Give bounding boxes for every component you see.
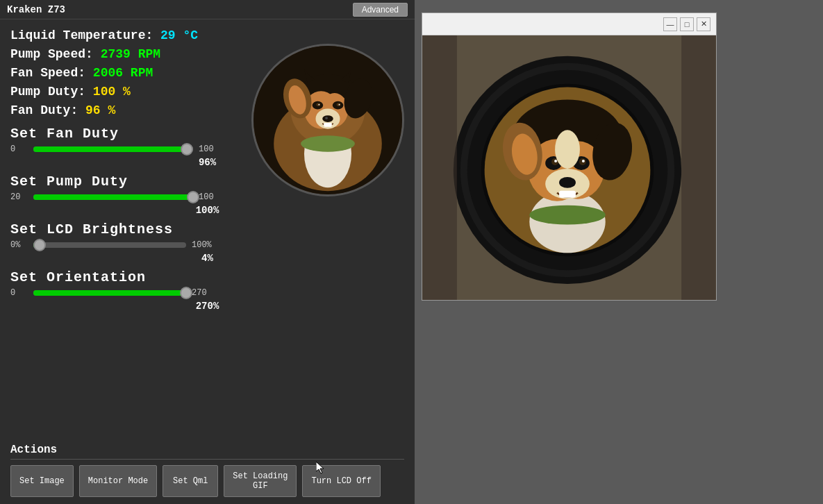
- actions-label: Actions: [10, 444, 404, 460]
- actions-buttons: Set Image Monitor Mode Set Qml Set Loadi…: [10, 465, 404, 497]
- orientation-value-display: 270%: [10, 301, 404, 312]
- orientation-thumb: [180, 287, 192, 299]
- orientation-label: Set Orientation: [10, 269, 404, 285]
- secondary-window-content: [422, 35, 716, 300]
- fan-duty-fill: [33, 146, 187, 152]
- svg-rect-43: [559, 191, 576, 198]
- pump-duty-label: Pump Duty:: [10, 85, 85, 99]
- svg-rect-19: [324, 123, 332, 127]
- svg-point-15: [339, 104, 340, 106]
- orientation-min: 0: [10, 288, 28, 298]
- fan-duty-value: 96 %: [85, 103, 115, 117]
- fan-duty-max: 100: [199, 144, 216, 154]
- advanced-button[interactable]: Advanced: [353, 3, 408, 17]
- svg-point-39: [555, 130, 580, 169]
- lcd-brightness-label: Set LCD Brightness: [10, 221, 404, 237]
- lcd-brightness-value-display: 4%: [10, 253, 404, 264]
- left-panel: Kraken Z73 Advanced Liquid Temperature: …: [0, 0, 415, 504]
- svg-point-37: [554, 160, 557, 162]
- pump-duty-thumb: [187, 191, 199, 203]
- svg-point-9: [325, 117, 328, 119]
- liquid-temp-label: Liquid Temperature:: [10, 28, 153, 42]
- maximize-button[interactable]: □: [680, 17, 694, 31]
- svg-rect-46: [681, 35, 716, 300]
- close-button[interactable]: ✕: [697, 17, 710, 31]
- secondary-window: — □ ✕: [422, 12, 717, 301]
- fan-speed-label: Fan Speed:: [10, 66, 85, 80]
- lcd-brightness-max: 100%: [192, 240, 212, 250]
- svg-point-8: [322, 115, 333, 122]
- orientation-fill: [33, 290, 186, 296]
- fan-duty-track[interactable]: [33, 146, 193, 152]
- right-panel-svg: [422, 35, 716, 300]
- liquid-temp-value: 29 °C: [160, 28, 198, 42]
- monitor-mode-button[interactable]: Monitor Mode: [79, 465, 157, 497]
- svg-point-32: [559, 177, 576, 188]
- pump-speed-label: Pump Speed:: [10, 47, 93, 61]
- turn-lcd-off-button[interactable]: Turn LCD Off: [302, 465, 380, 497]
- app-title: Kraken Z73: [7, 4, 65, 15]
- orientation-track[interactable]: [33, 290, 186, 296]
- svg-point-13: [337, 103, 341, 106]
- orientation-max: 270: [192, 288, 209, 298]
- actions-section: Actions Set Image Monitor Mode Set Qml S…: [0, 438, 415, 504]
- svg-rect-45: [422, 35, 457, 300]
- lcd-brightness-section: Set LCD Brightness 0% 100% 4%: [10, 221, 404, 264]
- pump-speed-value: 2739 RPM: [101, 47, 160, 61]
- pump-duty-value: 100 %: [93, 85, 131, 99]
- pump-duty-max: 100: [199, 192, 216, 202]
- stats-area: Liquid Temperature: 29 °C Pump Speed: 27…: [10, 26, 238, 120]
- main-content: Liquid Temperature: 29 °C Pump Speed: 27…: [0, 19, 415, 323]
- lcd-brightness-min: 0%: [10, 240, 28, 250]
- lcd-brightness-track[interactable]: [33, 242, 186, 248]
- orientation-slider-row: 0 270: [10, 288, 404, 298]
- set-image-button[interactable]: Set Image: [10, 465, 74, 497]
- fan-duty-thumb: [181, 143, 193, 156]
- minimize-button[interactable]: —: [663, 17, 677, 31]
- secondary-window-titlebar: — □ ✕: [422, 13, 716, 35]
- svg-point-38: [582, 160, 585, 162]
- fan-duty-label: Fan Duty:: [10, 103, 78, 117]
- orientation-section: Set Orientation 0 270 270%: [10, 269, 404, 312]
- fan-speed-line: Fan Speed: 2006 RPM: [10, 64, 238, 83]
- set-qml-button[interactable]: Set Qml: [163, 465, 218, 497]
- pump-duty-line: Pump Duty: 100 %: [10, 83, 238, 101]
- svg-point-14: [318, 104, 319, 106]
- pump-duty-value-display: 100%: [10, 205, 404, 216]
- pump-duty-track[interactable]: [33, 194, 193, 200]
- svg-point-44: [529, 205, 605, 225]
- pump-speed-line: Pump Speed: 2739 RPM: [10, 45, 238, 64]
- dog-svg: [253, 44, 402, 196]
- pump-duty-fill: [33, 194, 193, 200]
- lcd-brightness-slider-row: 0% 100%: [10, 240, 404, 250]
- set-loading-gif-button[interactable]: Set Loading GIF: [224, 465, 297, 497]
- dog-image-circle: [251, 44, 404, 196]
- fan-duty-min: 0: [10, 144, 28, 154]
- lcd-brightness-thumb: [33, 239, 46, 251]
- fan-duty-line: Fan Duty: 96 %: [10, 101, 238, 120]
- dog-image-inner: [253, 46, 402, 194]
- pump-duty-min: 20: [10, 192, 28, 202]
- fan-speed-value: 2006 RPM: [93, 66, 153, 80]
- svg-point-12: [316, 103, 320, 106]
- title-bar: Kraken Z73 Advanced: [0, 0, 415, 19]
- svg-point-20: [301, 135, 355, 151]
- liquid-temp-line: Liquid Temperature: 29 °C: [10, 26, 238, 45]
